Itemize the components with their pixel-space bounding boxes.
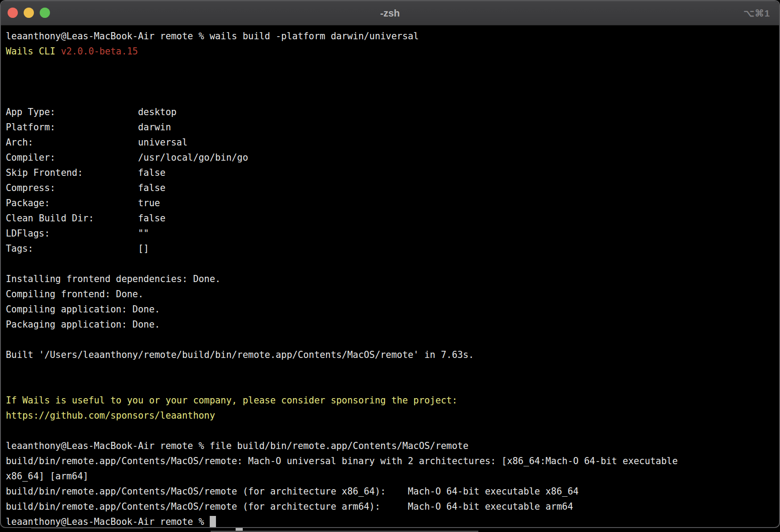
terminal-line: Compiler: /usr/local/go/bin/go	[6, 150, 774, 165]
terminal-line: Platform: darwin	[6, 120, 774, 135]
terminal-line: Wails CLI v2.0.0-beta.15	[6, 44, 774, 59]
terminal-line: Compiling frontend: Done.	[6, 287, 774, 302]
terminal-line: Installing frontend dependencies: Done.	[6, 271, 774, 287]
terminal-line: Arch: universal	[6, 135, 774, 150]
terminal-screen[interactable]: leaanthony@Leas-MacBook-Air remote % wai…	[1, 25, 779, 528]
terminal-line: leaanthony@Leas-MacBook-Air remote % wai…	[6, 29, 774, 44]
terminal-line: build/bin/remote.app/Contents/MacOS/remo…	[6, 453, 774, 469]
terminal-line: Tags: []	[6, 241, 774, 256]
terminal-line: App Type: desktop	[6, 104, 774, 120]
terminal-line: build/bin/remote.app/Contents/MacOS/remo…	[6, 484, 774, 499]
terminal-line: Package: true	[6, 195, 774, 211]
terminal-cursor	[210, 516, 216, 528]
close-button[interactable]	[8, 8, 18, 18]
terminal-line: leaanthony@Leas-MacBook-Air remote % fil…	[6, 438, 774, 453]
zoom-button[interactable]	[40, 8, 50, 18]
terminal-line	[6, 89, 774, 104]
window-title: -zsh	[1, 1, 779, 25]
terminal-line: Skip Frontend: false	[6, 165, 774, 180]
titlebar[interactable]: -zsh ⌥⌘1	[1, 1, 779, 25]
terminal-line	[6, 256, 774, 271]
terminal-line: leaanthony@Leas-MacBook-Air remote %	[6, 514, 774, 528]
terminal-line	[6, 362, 774, 378]
tab-shortcut-hint: ⌥⌘1	[743, 1, 770, 25]
terminal-line	[6, 423, 774, 438]
minimize-button[interactable]	[24, 8, 34, 18]
terminal-line: x86_64] [arm64]	[6, 469, 774, 484]
traffic-lights	[8, 8, 50, 18]
terminal-line: Built '/Users/leaanthony/remote/build/bi…	[6, 347, 774, 362]
terminal-line: Clean Build Dir: false	[6, 211, 774, 226]
terminal-line	[6, 378, 774, 393]
terminal-line: Compiling application: Done.	[6, 302, 774, 317]
terminal-window: -zsh ⌥⌘1 leaanthony@Leas-MacBook-Air rem…	[0, 0, 780, 528]
terminal-line: If Wails is useful to you or your compan…	[6, 393, 774, 408]
terminal-line: LDFlags: ""	[6, 226, 774, 241]
terminal-line: build/bin/remote.app/Contents/MacOS/remo…	[6, 499, 774, 514]
terminal-line: Packaging application: Done.	[6, 317, 774, 332]
background-window-fragment	[31, 528, 143, 529]
terminal-line: Compress: false	[6, 180, 774, 195]
terminal-line	[6, 74, 774, 89]
terminal-line: https://github.com/sponsors/leaanthony	[6, 408, 774, 423]
background-window-sliver	[0, 528, 780, 532]
terminal-line	[6, 332, 774, 347]
terminal-line	[6, 59, 774, 74]
